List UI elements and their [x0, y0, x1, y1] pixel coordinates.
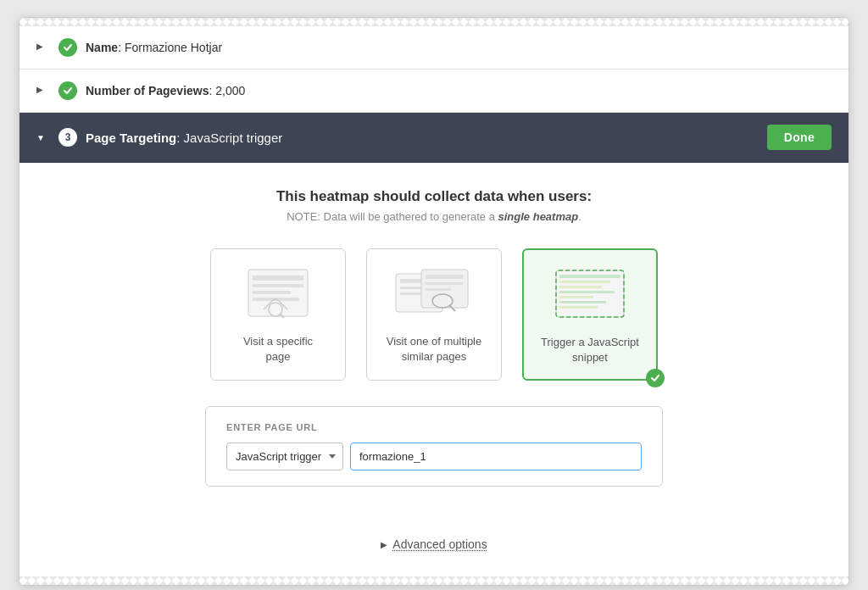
name-section-row[interactable]: ▶ Name: Formazione Hotjar — [19, 26, 849, 70]
done-button[interactable]: Done — [767, 125, 832, 150]
targeting-title: Page Targeting: JavaScript trigger — [86, 131, 767, 145]
pageviews-label: Number of Pageviews: 2,000 — [86, 84, 245, 97]
advanced-options-row[interactable]: ▶ Advanced options — [19, 520, 849, 576]
targeting-collapse-arrow: ▼ — [36, 133, 48, 142]
multiple-pages-illustration — [392, 263, 476, 322]
url-input-row: JavaScript trigger URL equals URL contai… — [226, 442, 642, 470]
url-input-label: ENTER PAGE URL — [226, 422, 642, 432]
svg-rect-1 — [253, 276, 303, 281]
targeting-step-number: 3 — [58, 128, 77, 147]
svg-rect-13 — [426, 282, 464, 285]
svg-rect-3 — [253, 291, 291, 294]
url-type-select[interactable]: JavaScript trigger URL equals URL contai… — [226, 442, 343, 470]
svg-rect-24 — [559, 306, 598, 309]
content-area: This heatmap should collect data when us… — [19, 163, 849, 520]
svg-rect-18 — [559, 275, 620, 278]
svg-rect-2 — [253, 284, 303, 287]
svg-rect-23 — [559, 301, 606, 303]
card-specific-page[interactable]: Visit a specific page — [210, 248, 346, 381]
svg-rect-12 — [426, 275, 464, 279]
svg-rect-14 — [426, 288, 451, 291]
targeting-section-header[interactable]: ▼ 3 Page Targeting: JavaScript trigger D… — [19, 113, 849, 163]
name-check-icon — [58, 38, 77, 57]
name-label: Name: Formazione Hotjar — [86, 41, 222, 54]
specific-page-illustration — [236, 263, 320, 322]
card-multiple-pages[interactable]: Visit one of multiple similar pages — [366, 248, 502, 381]
heatmap-title: This heatmap should collect data when us… — [36, 188, 832, 205]
advanced-options-link[interactable]: Advanced options — [392, 537, 487, 551]
pageviews-check-icon — [58, 81, 77, 100]
svg-rect-22 — [559, 296, 593, 298]
pageviews-section-row[interactable]: ▶ Number of Pageviews: 2,000 — [19, 70, 849, 113]
url-input-box: ENTER PAGE URL JavaScript trigger URL eq… — [205, 406, 663, 487]
svg-rect-19 — [559, 281, 610, 283]
torn-bottom — [19, 576, 849, 585]
multiple-pages-label: Visit one of multiple similar pages — [387, 334, 482, 365]
heatmap-note: NOTE: Data will be gathered to generate … — [36, 210, 832, 223]
svg-rect-20 — [559, 286, 602, 288]
javascript-illustration — [548, 264, 632, 323]
targeting-cards-row: Visit a specific page — [36, 248, 832, 381]
svg-rect-21 — [559, 291, 615, 293]
pageviews-expand-arrow: ▶ — [36, 85, 48, 97]
advanced-options-arrow: ▶ — [381, 540, 387, 549]
main-container: ▶ Name: Formazione Hotjar ▶ Number of Pa… — [19, 17, 849, 586]
card-javascript[interactable]: Trigger a JavaScript snippet — [522, 248, 658, 381]
name-expand-arrow: ▶ — [36, 42, 48, 53]
javascript-label: Trigger a JavaScript snippet — [541, 335, 639, 365]
specific-page-label: Visit a specific page — [243, 334, 313, 365]
url-text-input[interactable] — [350, 442, 642, 470]
selected-check-icon — [646, 369, 665, 387]
